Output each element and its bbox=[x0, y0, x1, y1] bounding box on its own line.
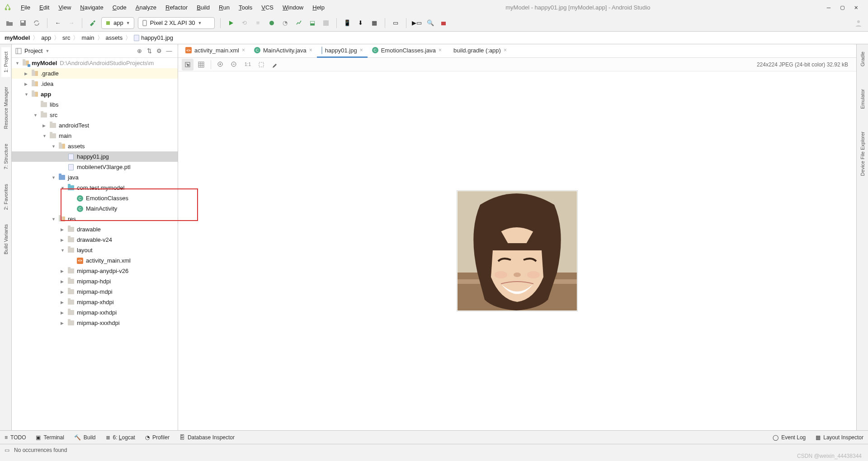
tree-arrow-icon[interactable]: ▶ bbox=[61, 227, 66, 232]
tree-arrow-icon[interactable]: ▶ bbox=[61, 300, 66, 305]
tree-node-activity-main-xml[interactable]: <>activity_main.xml bbox=[12, 255, 178, 266]
tab-close-icon[interactable]: × bbox=[360, 47, 363, 53]
locate-icon[interactable]: ⊕ bbox=[134, 46, 144, 56]
tree-node-main[interactable]: ▼main bbox=[12, 131, 178, 141]
sync-icon[interactable] bbox=[32, 18, 42, 28]
sdk-manager-icon[interactable]: ⬇ bbox=[356, 18, 366, 28]
breadcrumb-item[interactable]: assets bbox=[106, 34, 123, 41]
tree-arrow-icon[interactable]: ▶ bbox=[42, 123, 48, 128]
menu-view[interactable]: View bbox=[54, 2, 75, 13]
tree-node-mipmap-xxhdpi[interactable]: ▶mipmap-xxhdpi bbox=[12, 307, 178, 318]
tree-node-libs[interactable]: libs bbox=[12, 99, 178, 110]
menu-window[interactable]: Window bbox=[278, 2, 308, 13]
menu-refactor[interactable]: Refactor bbox=[161, 2, 192, 13]
open-icon[interactable] bbox=[5, 18, 14, 28]
avd-manager-icon[interactable]: 📱 bbox=[342, 18, 352, 28]
module-selector[interactable]: app ▼ bbox=[101, 17, 134, 29]
breadcrumb-item[interactable]: myModel bbox=[5, 34, 30, 41]
chevron-down-icon[interactable]: ▼ bbox=[15, 61, 21, 66]
collapse-icon[interactable]: — bbox=[164, 46, 174, 56]
settings-icon[interactable]: ⚙ bbox=[154, 46, 164, 56]
user-icon[interactable] bbox=[854, 18, 863, 28]
rail-tab-build-variants[interactable]: Build Variants bbox=[1, 220, 10, 259]
tab-close-icon[interactable]: × bbox=[242, 47, 245, 53]
tree-arrow-icon[interactable]: ▼ bbox=[52, 175, 57, 180]
zoom-in-icon[interactable] bbox=[215, 59, 226, 71]
editor-tab-activity-main-xml[interactable]: <>activity_main.xml× bbox=[181, 44, 250, 58]
tree-arrow-icon[interactable]: ▼ bbox=[52, 217, 57, 221]
profiler-icon[interactable] bbox=[294, 18, 304, 28]
tree-arrow-icon[interactable]: ▶ bbox=[61, 290, 66, 294]
running-devices-icon[interactable]: ▶▭ bbox=[412, 18, 422, 28]
menu-help[interactable]: Help bbox=[308, 2, 329, 13]
tree-node-mipmap-hdpi[interactable]: ▶mipmap-hdpi bbox=[12, 276, 178, 287]
forward-icon[interactable]: → bbox=[66, 18, 76, 28]
menu-navigate[interactable]: Navigate bbox=[75, 2, 108, 13]
tree-node-mainactivity[interactable]: CMainActivity bbox=[12, 203, 178, 214]
tree-arrow-icon[interactable]: ▶ bbox=[24, 71, 30, 76]
tree-arrow-icon[interactable]: ▶ bbox=[61, 238, 66, 242]
tree-node-mipmap-anydpi-v26[interactable]: ▶mipmap-anydpi-v26 bbox=[12, 266, 178, 276]
tree-node-happy01-jpg[interactable]: happy01.jpg bbox=[12, 151, 178, 162]
tree-node-res[interactable]: ▼res bbox=[12, 214, 178, 224]
breadcrumb-item[interactable]: app bbox=[41, 34, 51, 41]
tree-node-drawable[interactable]: ▶drawable bbox=[12, 224, 178, 235]
bottom-profiler[interactable]: ◔Profiler bbox=[145, 434, 170, 441]
tree-arrow-icon[interactable]: ▶ bbox=[61, 321, 66, 325]
tree-node-java[interactable]: ▼java bbox=[12, 172, 178, 183]
menu-edit[interactable]: Edit bbox=[35, 2, 54, 13]
image-canvas[interactable] bbox=[178, 71, 856, 430]
breadcrumb-item[interactable]: src bbox=[62, 34, 70, 41]
tree-arrow-icon[interactable]: ▶ bbox=[61, 269, 66, 273]
editor-tab-emotionclasses-java[interactable]: CEmotionClasses.java× bbox=[368, 44, 446, 58]
expand-icon[interactable]: ⇅ bbox=[144, 46, 154, 56]
tab-close-icon[interactable]: × bbox=[309, 47, 312, 53]
tree-node-mipmap-xxxhdpi[interactable]: ▶mipmap-xxxhdpi bbox=[12, 318, 178, 328]
tree-arrow-icon[interactable]: ▶ bbox=[61, 310, 66, 315]
close-button[interactable]: ✕ bbox=[854, 4, 858, 11]
project-view-label[interactable]: Project bbox=[24, 47, 42, 54]
breadcrumb-item[interactable]: main bbox=[81, 34, 94, 41]
select-icon[interactable] bbox=[182, 59, 193, 71]
tree-node--idea[interactable]: ▶.idea bbox=[12, 79, 178, 89]
tree-node-app[interactable]: ▼app bbox=[12, 89, 178, 99]
tree-arrow-icon[interactable]: ▼ bbox=[24, 92, 30, 97]
tree-node--gradle[interactable]: ▶.gradle bbox=[12, 68, 178, 79]
bottom-6--logcat[interactable]: ≣6: Logcat bbox=[106, 434, 135, 441]
tab-close-icon[interactable]: × bbox=[504, 47, 507, 53]
tree-node-src[interactable]: ▼src bbox=[12, 110, 178, 120]
device-selector[interactable]: Pixel 2 XL API 30 ▼ bbox=[138, 17, 215, 29]
apply-code-icon[interactable]: ≡ bbox=[253, 18, 263, 28]
bottom-terminal[interactable]: ▣Terminal bbox=[36, 434, 64, 441]
menu-vcs[interactable]: VCS bbox=[257, 2, 278, 13]
rail-tab-emulator[interactable]: Emulator bbox=[858, 85, 867, 113]
tree-arrow-icon[interactable]: ▼ bbox=[33, 113, 39, 118]
rail-tab-7--structure[interactable]: 7: Structure bbox=[1, 139, 10, 174]
editor-tab-mainactivity-java[interactable]: CMainActivity.java× bbox=[250, 44, 317, 58]
maximize-button[interactable]: ▢ bbox=[840, 4, 844, 11]
menu-analyze[interactable]: Analyze bbox=[131, 2, 161, 13]
coverage-icon[interactable]: ◔ bbox=[280, 18, 290, 28]
fit-icon[interactable] bbox=[255, 59, 267, 71]
bottom-event-log[interactable]: ◯Event Log bbox=[773, 434, 806, 441]
rail-tab-resource-manager[interactable]: Resource Manager bbox=[1, 82, 10, 134]
attach-debugger-icon[interactable]: ⬓ bbox=[307, 18, 317, 28]
tree-node-com-test-mymodel[interactable]: ▼com.test.mymodel bbox=[12, 183, 178, 193]
tree-root[interactable]: ▼ myModel D:\Android\AndroidStudioProjec… bbox=[12, 58, 178, 68]
bottom-database-inspector[interactable]: 🗄Database Inspector bbox=[179, 434, 235, 441]
menu-tools[interactable]: Tools bbox=[234, 2, 257, 13]
chevron-down-icon[interactable]: ▼ bbox=[45, 49, 49, 53]
tree-arrow-icon[interactable]: ▼ bbox=[52, 144, 57, 149]
run-icon[interactable] bbox=[226, 18, 236, 28]
tree-arrow-icon[interactable]: ▼ bbox=[42, 134, 48, 138]
tree-node-layout[interactable]: ▼layout bbox=[12, 245, 178, 255]
tree-node-mipmap-xhdpi[interactable]: ▶mipmap-xhdpi bbox=[12, 297, 178, 307]
rail-tab-2--favorites[interactable]: 2: Favorites bbox=[1, 179, 10, 214]
search-everywhere-icon[interactable]: 🔍 bbox=[425, 18, 435, 28]
breadcrumb-item[interactable]: happy01.jpg bbox=[134, 34, 173, 42]
tab-close-icon[interactable]: × bbox=[439, 47, 442, 53]
tree-node-drawable-v24[interactable]: ▶drawable-v24 bbox=[12, 235, 178, 245]
back-icon[interactable]: ← bbox=[53, 18, 63, 28]
minimize-button[interactable]: — bbox=[827, 4, 830, 11]
tree-node-androidtest[interactable]: ▶androidTest bbox=[12, 120, 178, 131]
